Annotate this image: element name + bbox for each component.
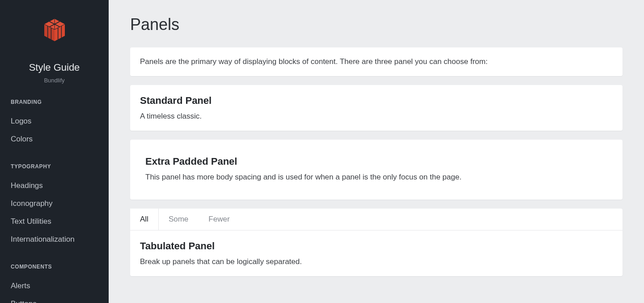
cube-logo-icon bbox=[42, 18, 67, 45]
sidebar-section-header-typography: TYPOGRAPHY bbox=[0, 163, 109, 170]
logo-wrapper bbox=[0, 0, 109, 45]
tabulated-panel-text: Break up panels that can be logically se… bbox=[140, 257, 613, 266]
sidebar-nav-branding: Logos Colors bbox=[0, 112, 109, 148]
sidebar-item-colors[interactable]: Colors bbox=[0, 130, 109, 148]
sidebar-item-buttons[interactable]: Buttons bbox=[0, 295, 109, 303]
sidebar-nav-typography: Headings Iconography Text Utilities Inte… bbox=[0, 177, 109, 248]
standard-panel: Standard Panel A timeless classic. bbox=[130, 85, 623, 131]
extra-padded-panel: Extra Padded Panel This panel has more b… bbox=[130, 140, 623, 200]
sidebar-title: Style Guide bbox=[0, 62, 109, 73]
sidebar-subtitle: Bundlify bbox=[0, 77, 109, 84]
intro-text: Panels are the primary way of displaying… bbox=[140, 57, 613, 66]
sidebar-nav-components: Alerts Buttons bbox=[0, 277, 109, 303]
standard-panel-heading: Standard Panel bbox=[140, 95, 613, 107]
sidebar-item-alerts[interactable]: Alerts bbox=[0, 277, 109, 295]
tabulated-panel-heading: Tabulated Panel bbox=[140, 240, 613, 252]
sidebar-section-header-components: COMPONENTS bbox=[0, 264, 109, 270]
main-content: Panels Panels are the primary way of dis… bbox=[109, 0, 644, 303]
sidebar-section-header-branding: BRANDING bbox=[0, 99, 109, 105]
standard-panel-text: A timeless classic. bbox=[140, 112, 613, 121]
tab-all[interactable]: All bbox=[130, 209, 159, 230]
sidebar-item-logos[interactable]: Logos bbox=[0, 112, 109, 130]
tab-fewer[interactable]: Fewer bbox=[199, 209, 240, 230]
tabulated-panel: All Some Fewer Tabulated Panel Break up … bbox=[130, 209, 623, 276]
tab-bar: All Some Fewer bbox=[130, 209, 623, 230]
tab-some[interactable]: Some bbox=[159, 209, 199, 230]
sidebar-item-text-utilities[interactable]: Text Utilities bbox=[0, 213, 109, 230]
sidebar-item-headings[interactable]: Headings bbox=[0, 177, 109, 195]
intro-panel: Panels are the primary way of displaying… bbox=[130, 47, 623, 76]
page-title: Panels bbox=[130, 15, 623, 34]
extra-padded-panel-heading: Extra Padded Panel bbox=[145, 156, 607, 167]
sidebar: Style Guide Bundlify BRANDING Logos Colo… bbox=[0, 0, 109, 303]
extra-padded-panel-text: This panel has more body spacing and is … bbox=[145, 173, 607, 182]
sidebar-item-internationalization[interactable]: Internationalization bbox=[0, 230, 109, 248]
sidebar-item-iconography[interactable]: Iconography bbox=[0, 195, 109, 213]
